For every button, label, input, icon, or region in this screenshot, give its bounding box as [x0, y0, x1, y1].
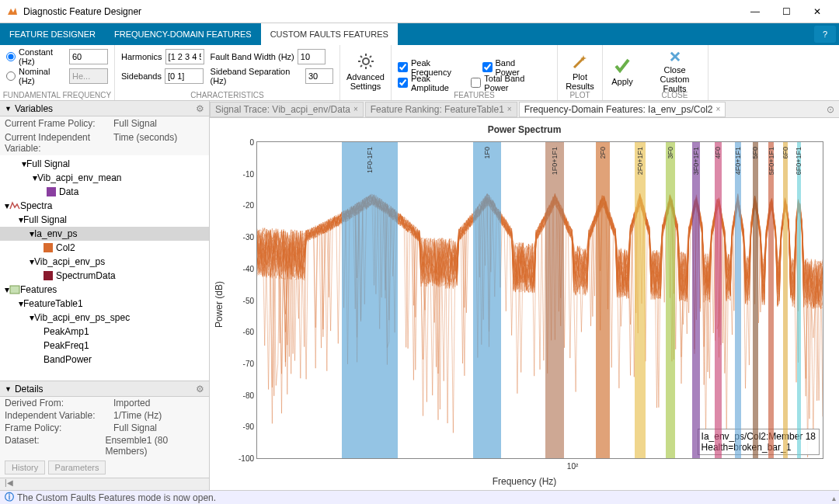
constant-label: Constant (Hz)	[19, 47, 66, 66]
tab-frequency-domain[interactable]: FREQUENCY-DOMAIN FEATURES	[105, 23, 261, 45]
tree-node[interactable]: ▾ Spectra	[0, 199, 209, 213]
harmonics-input[interactable]	[165, 49, 204, 64]
window-titlebar: Diagnostic Feature Designer — ☐ ✕	[0, 0, 839, 23]
tree-node[interactable]: Col2	[0, 241, 209, 255]
group-close: CLOSE	[642, 91, 708, 99]
tree-node[interactable]: PeakFreq1	[0, 339, 209, 353]
constant-radio[interactable]	[6, 52, 16, 61]
fbw-input[interactable]	[298, 49, 326, 64]
y-tick: -50	[228, 296, 254, 304]
plot-title: Power Spectrum	[210, 118, 839, 138]
help-button[interactable]: ?	[814, 26, 836, 43]
close-icon[interactable]: ×	[507, 105, 512, 113]
bandpower-check[interactable]	[482, 62, 493, 72]
totalband-check[interactable]	[471, 78, 481, 88]
fbw-label: Fault Band Width (Hz)	[211, 52, 294, 61]
y-tick: 0	[228, 138, 254, 147]
tree-node[interactable]: ▾ FeatureTable1	[0, 297, 209, 311]
variables-header[interactable]: ▼Variables⚙	[0, 101, 209, 116]
details-header[interactable]: ▼Details⚙	[0, 381, 209, 397]
close-custom-faults-button[interactable]: Close Custom Faults	[648, 48, 701, 95]
gear-icon	[357, 52, 375, 71]
tree-node[interactable]: ▾ Features	[0, 283, 209, 297]
group-fundamental: FUNDAMENTAL FREQUENCY	[0, 91, 114, 99]
derived-key: Derived From:	[5, 398, 113, 408]
plot-results-button[interactable]: Plot Results	[564, 48, 596, 95]
side-footer[interactable]: |◀	[0, 478, 209, 490]
tree-node[interactable]: PeakAmp1	[0, 325, 209, 339]
tree-node[interactable]: ▾ Vib_acpi_env_ps	[0, 255, 209, 269]
document-tabs: Signal Trace: Vib_acpi_env/Data× Feature…	[210, 101, 839, 118]
gear-icon[interactable]: ⚙	[196, 103, 204, 114]
constant-input[interactable]	[69, 49, 108, 64]
fault-band	[473, 142, 501, 458]
peakamp-check[interactable]	[398, 78, 408, 88]
plot-area[interactable]: Power Spectrum Power (dB) Frequency (Hz)…	[210, 118, 839, 490]
status-text: The Custom Faults Features mode is now o…	[17, 492, 216, 503]
features-icon	[9, 285, 20, 294]
fault-band	[783, 142, 788, 458]
tree-node[interactable]: Data	[0, 185, 209, 199]
tab-feature-designer[interactable]: FEATURE DESIGNER	[0, 23, 105, 45]
fault-band	[735, 142, 741, 458]
minimize-button[interactable]: —	[740, 1, 771, 23]
sbs-input[interactable]	[305, 68, 333, 84]
apply-button[interactable]: Apply	[609, 48, 635, 95]
window-title: Diagnostic Feature Designer	[23, 6, 740, 17]
y-tick: -30	[228, 233, 254, 242]
fault-band-label: 1F0	[483, 147, 491, 159]
sidebands-input[interactable]	[165, 68, 204, 84]
svg-rect-1	[10, 286, 19, 294]
y-tick: -60	[228, 328, 254, 336]
expand-ribbon-icon[interactable]: ▴	[832, 494, 836, 502]
indvar-val: Time (seconds)	[113, 132, 177, 154]
tree-node[interactable]: ▾ Full Signal	[0, 157, 209, 171]
fault-band	[596, 142, 610, 458]
fault-band	[342, 142, 398, 458]
gear-icon[interactable]: ⚙	[196, 384, 204, 395]
axes[interactable]: Ia_env_ps/Col2:Member 18 Health=broken_b…	[256, 141, 823, 459]
y-tick: -10	[228, 169, 254, 178]
doctab-freq-domain[interactable]: Frequency-Domain Features: Ia_env_ps/Col…	[519, 102, 726, 117]
iv-val: 1/Time (Hz)	[113, 410, 162, 421]
tab-custom-faults[interactable]: CUSTOM FAULTS FEATURES	[261, 23, 398, 45]
fault-band	[692, 142, 700, 458]
fault-band-label: 6F0+1F1	[795, 147, 802, 175]
close-button[interactable]: ✕	[802, 1, 833, 23]
advanced-settings-button[interactable]: Advanced Settings	[346, 48, 385, 95]
y-tick: -20	[228, 201, 254, 210]
fault-band-label: 2F0+1F1	[636, 147, 644, 175]
group-features: FEATURES	[392, 91, 557, 99]
tab-options-icon[interactable]: ⊙	[827, 104, 834, 115]
nominal-input[interactable]	[69, 68, 108, 84]
tree-node[interactable]: ▾ Full Signal	[0, 213, 209, 227]
tree-node[interactable]: BandPower	[0, 353, 209, 367]
fault-band-label: 4F0+1F1	[734, 147, 742, 175]
fault-band-label: 1F0-1F1	[366, 147, 374, 173]
tree-node[interactable]: ▾ Vib_acpi_env_mean	[0, 171, 209, 185]
y-tick: -80	[228, 391, 254, 399]
info-icon: ⓘ	[5, 491, 14, 504]
y-tick: -90	[228, 422, 254, 431]
tree-node[interactable]: SpectrumData	[0, 269, 209, 283]
doctab-feature-ranking[interactable]: Feature Ranking: FeatureTable1×	[365, 102, 517, 117]
close-icon[interactable]: ×	[353, 105, 358, 113]
parameters-button[interactable]: Parameters	[48, 461, 106, 474]
peakamp-label: Peak Amplitude	[411, 74, 461, 92]
variables-tree[interactable]: ▾ Full Signal ▾ Vib_acpi_env_mean Data ▾…	[0, 155, 209, 381]
fault-band-label: 5F0	[751, 147, 759, 159]
history-button[interactable]: History	[5, 461, 45, 474]
sidebands-label: Sidebands	[121, 71, 162, 81]
doctab-signal-trace[interactable]: Signal Trace: Vib_acpi_env/Data×	[210, 102, 364, 117]
status-bar: ⓘ The Custom Faults Features mode is now…	[0, 490, 839, 504]
nominal-radio[interactable]	[6, 71, 16, 81]
tree-node-selected[interactable]: ▾ Ia_env_ps	[0, 227, 209, 241]
matlab-logo-icon	[6, 5, 19, 18]
maximize-button[interactable]: ☐	[771, 1, 802, 23]
fault-band-label: 3F0+1F1	[692, 147, 700, 175]
close-icon[interactable]: ×	[715, 105, 720, 113]
harmonics-label: Harmonics	[121, 52, 162, 61]
fault-band-label: 3F0	[667, 147, 674, 159]
peakfreq-check[interactable]	[398, 62, 408, 72]
tree-node[interactable]: ▾ Vib_acpi_env_ps_spec	[0, 311, 209, 325]
